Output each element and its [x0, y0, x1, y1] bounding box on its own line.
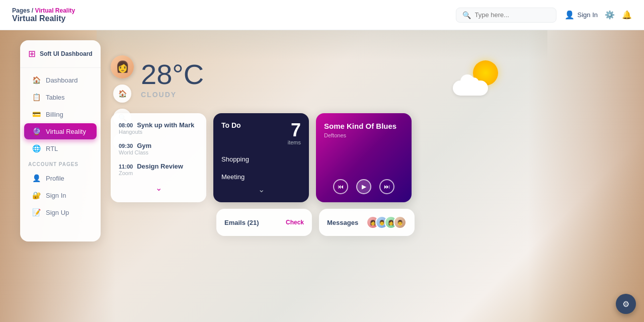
prev-button[interactable]: ⏮ [333, 179, 348, 194]
weather-condition: CLOUDY [141, 91, 204, 99]
weather-icon-widget [453, 60, 503, 101]
todo-label: To Do [221, 121, 241, 129]
schedule-time-2: 09:30 [119, 143, 133, 149]
schedule-sub-3: Zoom [119, 170, 198, 176]
sidebar-item-signup[interactable]: 📝 Sign Up [24, 204, 97, 220]
sidebar-item-label: Profile [46, 175, 64, 182]
signin-button[interactable]: 👤 Sign In [565, 10, 598, 20]
home-button[interactable]: 🏠 [113, 85, 131, 103]
next-button[interactable]: ⏭ [379, 179, 394, 194]
schedule-item-1: 08:00 Synk up with Mark Hangouts [119, 121, 198, 135]
gear-button[interactable]: ⚙ [616, 294, 636, 314]
account-section-label: ACCOUNT PAGES [20, 157, 101, 169]
sidebar: ⊞ Soft UI Dashboard 🏠 Dashboard 📋 Tables… [20, 40, 101, 242]
signup-icon: 📝 [32, 208, 41, 216]
sidebar-item-billing[interactable]: 💳 Billing [24, 106, 97, 122]
tables-icon: 📋 [32, 93, 41, 101]
schedule-more-button[interactable]: ⌄ [119, 183, 198, 193]
sidebar-item-virtual-reality[interactable]: 🔮 Virtual Reality [24, 123, 97, 139]
logo-icon: ⊞ [28, 48, 36, 59]
search-input[interactable] [475, 11, 550, 19]
room-ceiling [97, 30, 547, 60]
top-nav: Pages / Virtual Reality Virtual Reality … [0, 0, 644, 30]
sidebar-item-label: Dashboard [46, 76, 78, 84]
sidebar-item-rtl[interactable]: 🌐 RTL [24, 140, 97, 156]
sidebar-item-label: Sign Up [46, 209, 69, 216]
messages-label: Messages [327, 219, 358, 226]
schedule-title-2: Gym [137, 142, 151, 149]
avatar-face: 👩 [116, 60, 129, 73]
weather-card: 28°C CLOUDY [141, 60, 204, 99]
email-label: Emails (21) [224, 219, 259, 226]
sidebar-item-label: Tables [46, 94, 65, 101]
todo-subtitle-1: Shopping [221, 155, 301, 163]
breadcrumb-current[interactable]: Virtual Reality [35, 7, 75, 14]
schedule-card: 08:00 Synk up with Mark Hangouts 09:30 G… [111, 113, 206, 202]
user-icon: 👤 [565, 10, 575, 20]
sidebar-logo: ⊞ Soft UI Dashboard [20, 48, 101, 68]
notifications-icon[interactable]: 🔔 [622, 10, 632, 20]
messages-card: Messages 👩 👨 👩 👨 [319, 209, 415, 236]
search-icon: 🔍 [462, 11, 471, 19]
todo-card: To Do 7 items Shopping Meeting ⌄ [213, 113, 309, 202]
schedule-title-1: Synk up with Mark [137, 121, 194, 129]
dashboard-icon: 🏠 [32, 76, 41, 84]
nav-actions: 👤 Sign In ⚙️ 🔔 [565, 10, 632, 20]
sidebar-item-profile[interactable]: 👤 Profile [24, 170, 97, 186]
schedule-sub-2: World Class [119, 149, 198, 155]
email-card: Emails (21) Check [216, 209, 312, 236]
profile-icon: 👤 [32, 174, 41, 182]
page-title: Virtual Reality [12, 14, 75, 23]
cards-area: 08:00 Synk up with Mark Hangouts 09:30 G… [111, 113, 412, 202]
sidebar-item-dashboard[interactable]: 🏠 Dashboard [24, 72, 97, 88]
search-box[interactable]: 🔍 [456, 8, 556, 23]
temperature: 28°C [141, 60, 204, 89]
avatar: 👩 [111, 55, 134, 78]
schedule-time-3: 11:00 [119, 164, 133, 170]
avatar-4: 👨 [393, 216, 407, 229]
todo-subtitles: Shopping Meeting [221, 145, 301, 181]
bottom-cards-area: Emails (21) Check Messages 👩 👨 👩 👨 [216, 209, 415, 236]
breadcrumb-prefix: Pages / [12, 7, 33, 14]
music-artist: Deftones [324, 132, 404, 138]
schedule-item-2: 09:30 Gym World Class [119, 142, 198, 155]
music-controls: ⏮ ▶ ⏭ [324, 179, 404, 194]
breadcrumb: Pages / Virtual Reality [12, 7, 75, 14]
nav-right: 🔍 👤 Sign In ⚙️ 🔔 [456, 8, 632, 23]
rtl-icon: 🌐 [32, 144, 41, 152]
schedule-item-3: 11:00 Design Review Zoom [119, 163, 198, 176]
logo-text: Soft UI Dashboard [40, 50, 93, 57]
settings-icon[interactable]: ⚙️ [605, 10, 615, 20]
todo-top: To Do 7 items [221, 121, 301, 145]
schedule-title-3: Design Review [137, 163, 183, 170]
lock-icon: 🔐 [32, 191, 41, 199]
signin-label: Sign In [578, 11, 598, 19]
email-check-button[interactable]: Check [286, 219, 304, 226]
music-title: Some Kind Of Blues [324, 121, 404, 131]
sidebar-item-tables[interactable]: 📋 Tables [24, 89, 97, 105]
todo-more-icon[interactable]: ⌄ [221, 185, 301, 194]
vr-icon: 🔮 [32, 127, 41, 135]
play-button[interactable]: ▶ [356, 179, 371, 194]
schedule-sub-1: Hangouts [119, 129, 198, 135]
sidebar-item-label: Sign In [46, 192, 66, 199]
sidebar-item-label: Billing [46, 111, 63, 118]
sidebar-item-signin[interactable]: 🔐 Sign In [24, 187, 97, 203]
sidebar-item-label: RTL [46, 145, 58, 152]
billing-icon: 💳 [32, 110, 41, 118]
schedule-time-1: 08:00 [119, 122, 133, 128]
main-area: ⊞ Soft UI Dashboard 🏠 Dashboard 📋 Tables… [0, 30, 644, 322]
nav-left: Pages / Virtual Reality Virtual Reality [12, 7, 75, 23]
todo-items-label: items [288, 139, 301, 145]
music-card: Some Kind Of Blues Deftones ⏮ ▶ ⏭ [316, 113, 412, 202]
messages-avatars: 👩 👨 👩 👨 [366, 216, 407, 229]
todo-subtitle-2: Meeting [221, 173, 301, 181]
todo-count: 7 [288, 121, 301, 139]
cloud-icon [453, 80, 488, 96]
sidebar-item-label: Virtual Reality [46, 128, 86, 135]
